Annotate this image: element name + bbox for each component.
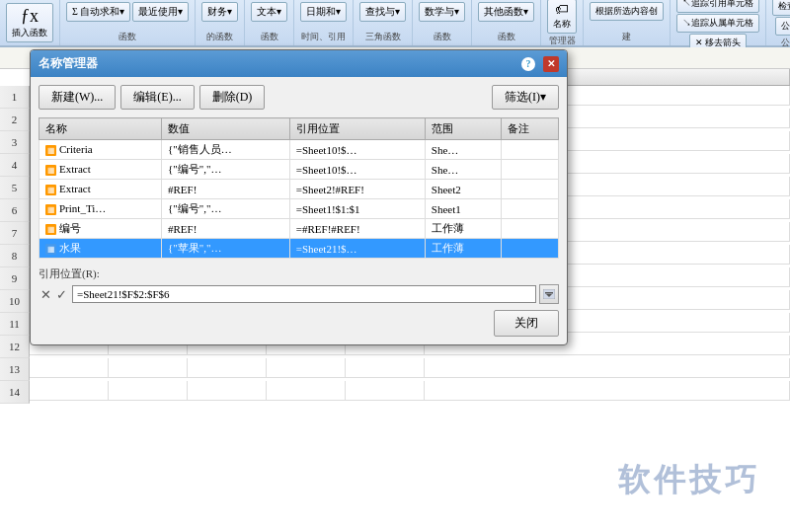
cell-scope: She…	[425, 140, 501, 160]
new-name-btn[interactable]: 新建(W)...	[39, 85, 116, 110]
cell-scope: She…	[425, 160, 501, 180]
cell-e13[interactable]	[30, 358, 109, 378]
row-num-12: 12	[0, 336, 30, 358]
check-error-btn[interactable]: 检查错误▾	[772, 0, 790, 16]
row-num-14: 14	[0, 381, 30, 404]
trace-precedents-btn[interactable]: ↖追踪引用单元格	[676, 0, 759, 13]
cell-value: {"苹果","…	[161, 239, 289, 259]
cell-rest-13[interactable]	[425, 358, 790, 378]
close-dialog-btn[interactable]: 关闭	[494, 310, 559, 337]
text-label: 函数	[261, 31, 278, 43]
cell-g14[interactable]	[188, 381, 267, 401]
ribbon-group-trace: ↖追踪引用单元格 ↘追踪从属单元格 ✕ 移去箭头	[671, 0, 766, 45]
math-label: 函数	[434, 31, 451, 43]
cell-scope: 工作薄	[425, 219, 501, 239]
insert-function-btn[interactable]: ƒx 插入函数	[6, 3, 53, 42]
formula-eval-btn[interactable]: 公式求值	[775, 17, 790, 36]
ribbon-group-other: 其他函数▾ 函数	[472, 0, 541, 45]
lookup-btn[interactable]: 查找与▾	[359, 2, 406, 22]
col-header-value: 数值	[161, 118, 289, 140]
help-icon[interactable]: ?	[521, 57, 535, 71]
cell-ref: =Sheet2!#REF!	[289, 180, 425, 199]
ref-cancel-btn[interactable]: ✕	[39, 287, 53, 302]
row-num-3: 3	[0, 131, 30, 154]
name-manager-dialog: 名称管理器 ? ✕ 新建(W)... 编辑(E)... 删除(D) 筛选(I)▾…	[30, 49, 568, 345]
reference-area: 引用位置(R): ✕ ✓	[39, 266, 559, 304]
row-num-4: 4	[0, 154, 30, 177]
row-num-10: 10	[0, 290, 30, 313]
trace-dependents-btn[interactable]: ↘追踪从属单元格	[676, 14, 759, 33]
cell-ref: =Sheet1!$1:$1	[289, 199, 425, 219]
ribbon-group-insert: ƒx 插入函数	[0, 0, 60, 45]
lookup-label: 三角函数	[365, 31, 401, 43]
math-btn[interactable]: 数学与▾	[419, 2, 465, 22]
autosum-btn[interactable]: Σ 自动求和▾	[66, 2, 130, 22]
ribbon-group-autosum: Σ 自动求和▾ 最近使用▾ 函数	[60, 0, 196, 45]
cell-note	[501, 140, 558, 160]
ref-input[interactable]	[72, 285, 536, 303]
autosum-label: 函数	[118, 31, 136, 43]
cell-h14[interactable]	[267, 381, 346, 401]
name-mgr-label: 管理器	[549, 35, 576, 47]
names-table: 名称 数值 引用位置 范围 备注 ▦Criteria {"销售人员… =Shee…	[39, 117, 559, 259]
datetime-btn[interactable]: 日期和▾	[300, 2, 347, 22]
table-row[interactable]: ▦Criteria {"销售人员… =Sheet10!$… She…	[40, 140, 559, 160]
ribbon-group-finance: 财务▾ 的函数	[196, 0, 245, 45]
col-header-ref: 引用位置	[289, 118, 425, 140]
ref-check-icons: ✕ ✓	[39, 287, 69, 302]
def-name-label: 建	[622, 31, 631, 43]
name-manager-btn[interactable]: 🏷 名称	[547, 0, 577, 34]
other-label: 函数	[498, 31, 515, 43]
ref-confirm-btn[interactable]: ✓	[54, 287, 69, 302]
row-13: 13	[0, 358, 790, 381]
cell-name: ▦水果	[40, 239, 162, 259]
cell-value: #REF!	[161, 180, 289, 199]
cell-h13[interactable]	[267, 358, 346, 378]
ribbon-group-audit: 检查错误▾ 公式求值 公式审核	[766, 0, 790, 45]
cell-value: {"销售人员…	[161, 140, 289, 160]
table-row[interactable]: ▦编号 #REF! =#REF!#REF! 工作薄	[40, 219, 559, 239]
ref-input-row: ✕ ✓	[39, 284, 559, 304]
cell-f14[interactable]	[109, 381, 188, 401]
row-num-2: 2	[0, 109, 30, 131]
table-header-row: 名称 数值 引用位置 范围 备注	[40, 118, 559, 140]
row-num-6: 6	[0, 199, 30, 222]
dialog-bottom-buttons: 关闭	[39, 310, 559, 337]
cell-i14[interactable]	[346, 381, 425, 401]
cell-note	[501, 219, 558, 239]
row-num-8: 8	[0, 245, 30, 267]
cell-note	[501, 160, 558, 180]
cell-e14[interactable]	[30, 381, 109, 401]
cell-f13[interactable]	[109, 358, 188, 378]
ref-expand-btn[interactable]	[539, 284, 559, 304]
datetime-label: 时间、引用	[301, 31, 346, 43]
ribbon-group-text: 文本▾ 函数	[245, 0, 294, 45]
cell-g13[interactable]	[188, 358, 267, 378]
edit-name-btn[interactable]: 编辑(E)...	[120, 85, 194, 110]
delete-name-btn[interactable]: 删除(D)	[199, 85, 266, 110]
cell-rest-14[interactable]	[425, 381, 790, 401]
other-func-btn[interactable]: 其他函数▾	[478, 2, 534, 22]
dialog-close-btn[interactable]: ✕	[543, 56, 559, 72]
dialog-body: 新建(W)... 编辑(E)... 删除(D) 筛选(I)▾ 名称 数值 引用位…	[31, 77, 567, 344]
cell-i13[interactable]	[346, 358, 425, 378]
table-row[interactable]: ▦Extract #REF! =Sheet2!#REF! Sheet2	[40, 180, 559, 199]
table-row[interactable]: ▦Print_Ti… {"编号","… =Sheet1!$1:$1 Sheet1	[40, 199, 559, 219]
recent-func-btn[interactable]: 最近使用▾	[132, 2, 189, 22]
table-row[interactable]: ▦水果 {"苹果","… =Sheet21!$… 工作薄	[40, 239, 559, 259]
col-header-scope: 范围	[425, 118, 501, 140]
svg-rect-1	[545, 292, 553, 294]
cell-scope: 工作薄	[425, 239, 501, 259]
filter-names-btn[interactable]: 筛选(I)▾	[492, 85, 559, 110]
finance-btn[interactable]: 财务▾	[201, 2, 238, 22]
table-row[interactable]: ▦Extract {"编号","… =Sheet10!$… She…	[40, 160, 559, 180]
col-header-note: 备注	[501, 118, 558, 140]
cell-note	[501, 180, 558, 199]
row-14: 14	[0, 381, 790, 404]
define-name-btn[interactable]: 根据所选内容创	[590, 2, 664, 21]
finance-label: 的函数	[206, 31, 233, 43]
cell-ref: =Sheet21!$…	[289, 239, 425, 259]
ref-label: 引用位置(R):	[39, 266, 559, 281]
text-btn[interactable]: 文本▾	[251, 2, 287, 22]
cell-value: #REF!	[161, 219, 289, 239]
